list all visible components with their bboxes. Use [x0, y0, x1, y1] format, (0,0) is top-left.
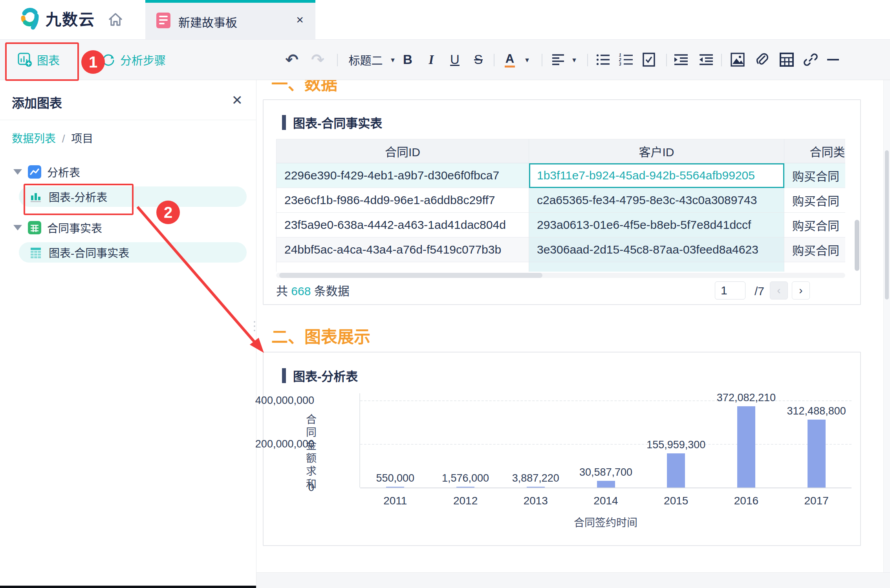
link-icon[interactable] — [800, 40, 821, 80]
horizontal-rule-icon[interactable] — [824, 40, 842, 80]
chart-plus-icon — [17, 52, 32, 67]
title-accent-bar — [282, 115, 286, 130]
table-horizontal-scrollbar[interactable] — [276, 273, 845, 278]
x-tick-label: 2013 — [524, 495, 548, 507]
chevron-down-icon[interactable]: ▾ — [570, 40, 579, 80]
bullet-list-icon[interactable] — [594, 40, 613, 80]
bar-2013[interactable] — [527, 487, 545, 488]
table-cell[interactable]: 购买合同 — [784, 237, 846, 262]
chevron-down-icon[interactable]: ▾ — [522, 40, 532, 80]
table-cell[interactable] — [784, 262, 846, 272]
tree-item-chart-contract-fact[interactable]: 图表-合同事实表 — [19, 242, 247, 263]
brand-name: 九数云 — [46, 7, 95, 30]
column-header-customer-id[interactable]: 客户ID — [529, 139, 784, 163]
screen-edge — [0, 586, 256, 588]
document-canvas: 一、数据 图表-合同事实表 合同ID 客户ID 合同类型 22 — [256, 0, 890, 588]
attachment-icon[interactable] — [752, 40, 772, 80]
strikethrough-button[interactable]: S — [471, 40, 486, 80]
tree-item-label: 图表-合同事实表 — [49, 245, 129, 260]
tree-group-contract-fact[interactable]: 合同事实表 — [0, 219, 102, 236]
table-cell[interactable] — [529, 262, 784, 272]
table-cell[interactable]: 2296e390-f429-4eb1-a9b7-d30e6f0fbca7 — [277, 163, 529, 188]
tree-group-analysis[interactable]: 分析表 — [0, 163, 80, 181]
align-button[interactable] — [549, 40, 567, 80]
outdent-icon[interactable] — [696, 40, 716, 80]
bar-chart-plot[interactable]: 550,0001,576,0003,887,22030,587,700155,9… — [360, 400, 852, 488]
table-header-row: 合同ID 客户ID 合同类型 — [277, 139, 846, 163]
page-number-input[interactable] — [715, 281, 745, 299]
bar-2014[interactable] — [597, 481, 615, 488]
y-axis-title: 合同金额求和 — [303, 414, 318, 491]
bar-2011[interactable] — [386, 487, 404, 488]
underline-button[interactable]: U — [447, 40, 463, 80]
table-cell[interactable]: 293a0613-01e6-4f5e-b8eb-5f7e8d41dccf — [529, 213, 784, 237]
next-page-button[interactable]: › — [792, 281, 810, 299]
table-row[interactable]: 2296e390-f429-4eb1-a9b7-d30e6f0fbca71b3f… — [277, 163, 846, 188]
x-tick-label: 2015 — [664, 495, 688, 507]
analysis-steps-button[interactable]: 分析步骤 — [101, 40, 166, 80]
home-icon[interactable] — [107, 11, 124, 28]
bar-2016[interactable] — [737, 406, 755, 488]
table-icon[interactable] — [776, 40, 797, 80]
table-row[interactable]: 24bbf5ac-a4ca-43a4-a76d-f5419c077b3b3e30… — [277, 237, 846, 262]
chart-card: 图表-分析表 合同金额求和 0200,000,000400,000,000 55… — [263, 352, 861, 546]
table-cell[interactable]: 23f5a9e0-638a-4442-a463-1ad41dac804d — [277, 213, 529, 237]
bar-2012[interactable] — [456, 487, 474, 488]
tree-item-chart-analysis[interactable]: 图表-分析表 — [19, 186, 247, 207]
table-cell[interactable]: 24bbf5ac-a4ca-43a4-a76d-f5419c077b3b — [277, 237, 529, 262]
table-row[interactable]: 23f5a9e0-638a-4442-a463-1ad41dac804d293a… — [277, 213, 846, 237]
bold-button[interactable]: B — [400, 40, 416, 80]
tab-close-icon[interactable]: × — [296, 12, 304, 27]
data-card-header: 图表-合同事实表 — [282, 113, 382, 131]
row-count-value: 668 — [291, 285, 311, 298]
panel-resize-handle[interactable] — [253, 321, 256, 331]
x-tick-label: 2014 — [593, 495, 618, 507]
bar-2017[interactable] — [808, 420, 826, 488]
breadcrumb-data-list[interactable]: 数据列表 — [12, 133, 56, 145]
prev-page-button[interactable]: ‹ — [770, 281, 788, 299]
page-scrollbar[interactable] — [883, 80, 890, 572]
table-row[interactable] — [277, 262, 846, 272]
column-header-contract-type[interactable]: 合同类型 — [784, 139, 846, 163]
title-accent-bar — [282, 368, 286, 383]
table-cell[interactable] — [277, 262, 529, 272]
panel-close-icon[interactable]: ✕ — [232, 92, 243, 108]
numbered-list-icon[interactable]: 123 — [617, 40, 635, 80]
bar-value-label: 550,000 — [376, 472, 415, 484]
table-cell[interactable]: 购买合同 — [784, 188, 846, 213]
indent-icon[interactable] — [671, 40, 691, 80]
tab-storyboard[interactable]: 新建故事板 × — [145, 0, 315, 39]
heading-style-select[interactable]: 标题二 — [344, 40, 387, 80]
chevron-expanded-icon[interactable] — [13, 169, 22, 175]
table-cell[interactable]: c2a65365-fe34-4795-8e3c-43c0a3089743 — [529, 188, 784, 213]
table-cell[interactable]: 3e306aad-2d15-45c8-87aa-03feed8a4623 — [529, 237, 784, 262]
font-color-button[interactable]: A — [501, 40, 518, 80]
italic-button[interactable]: I — [423, 40, 439, 80]
column-header-contract-id[interactable]: 合同ID — [277, 139, 529, 163]
table-row[interactable]: 23e6cf1b-f986-4dd9-96e1-a6ddb8c29ff7c2a6… — [277, 188, 846, 213]
chart-button[interactable]: 图表 — [17, 40, 60, 80]
analysis-steps-icon — [101, 53, 115, 67]
redo-icon[interactable]: ↷ — [307, 40, 328, 80]
chevron-down-icon[interactable]: ▾ — [388, 40, 397, 80]
page-total-label: /7 — [754, 285, 764, 298]
table-cell[interactable]: 购买合同 — [784, 163, 846, 188]
bar-value-label: 372,082,210 — [717, 392, 776, 404]
undo-icon[interactable]: ↶ — [281, 40, 302, 80]
canvas-bottom-strip — [256, 572, 890, 588]
table-cell[interactable]: 23e6cf1b-f986-4dd9-96e1-a6ddb8c29ff7 — [277, 188, 529, 213]
table-cell[interactable]: 购买合同 — [784, 213, 846, 237]
table-cell[interactable]: 1b3f11e7-b924-45ad-942b-5564afb99205 — [529, 163, 784, 188]
table-vertical-scrollbar[interactable] — [855, 220, 859, 271]
chevron-expanded-icon[interactable] — [13, 225, 22, 230]
svg-text:2: 2 — [619, 58, 621, 62]
chart-card-title: 图表-分析表 — [293, 367, 358, 384]
bar-2015[interactable] — [667, 453, 685, 488]
bar-value-label: 155,959,300 — [646, 439, 705, 451]
y-tick-label: 200,000,000 — [255, 438, 314, 450]
image-icon[interactable] — [727, 40, 748, 80]
brand-logo: 九数云 — [19, 7, 95, 30]
tree-item-label: 图表-分析表 — [49, 189, 107, 205]
panel-title: 添加图表 — [12, 93, 62, 111]
task-list-icon[interactable] — [639, 40, 658, 80]
